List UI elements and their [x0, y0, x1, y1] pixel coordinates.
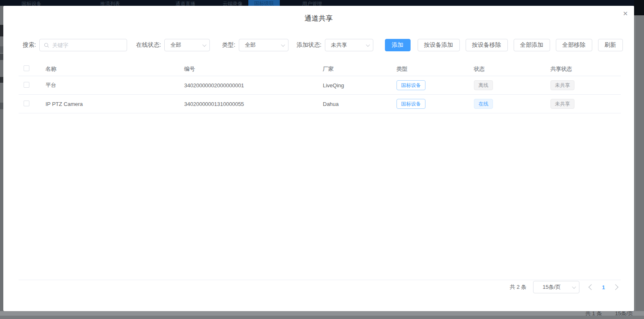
- online-status-select[interactable]: 全部: [164, 39, 210, 51]
- background-fragment: [0, 316, 644, 319]
- header-vendor: 厂家: [323, 65, 396, 73]
- type-value: 全部: [245, 41, 256, 49]
- current-page[interactable]: 1: [599, 284, 608, 290]
- add-state-select[interactable]: 未共享: [325, 39, 373, 51]
- type-badge: 国标设备: [396, 99, 425, 109]
- cell-name: IP PTZ Camera: [46, 101, 184, 107]
- background-fragment: [0, 103, 3, 109]
- background-left-edge: [0, 6, 3, 311]
- share-status-badge: 未共享: [550, 80, 574, 90]
- background-fragment: [0, 54, 3, 60]
- table-row: IP PTZ Camera 34020000001310000055 Dahua…: [19, 95, 621, 113]
- table-header-row: 名称 编号 厂家 类型 状态 共享状态: [19, 62, 621, 76]
- background-nav-tab: 云端录像: [223, 0, 243, 6]
- filter-bar: 搜索: 在线状态: 全部 类型: 全部 添加状态: 未共享 添加 按设备添加 按…: [23, 39, 623, 51]
- background-fragment: [0, 46, 3, 53]
- chevron-down-icon: [572, 285, 576, 289]
- pagination: 共 2 条 15条/页 1: [510, 281, 618, 293]
- type-label: 类型:: [222, 41, 235, 49]
- background-panel-edge: [635, 16, 635, 319]
- online-status-label: 在线状态:: [136, 41, 161, 49]
- add-by-device-button[interactable]: 按设备添加: [418, 39, 460, 51]
- background-nav-tab: 用户管理: [302, 0, 322, 6]
- remove-by-device-button[interactable]: 按设备移除: [466, 39, 508, 51]
- background-bottom-strip: 共 1 条 15条/页: [0, 311, 644, 319]
- pagination-divider: [19, 280, 621, 280]
- background-nav-tab-active: 国标级联: [248, 0, 280, 6]
- select-all-checkbox[interactable]: [24, 65, 29, 71]
- chevron-down-icon: [202, 43, 207, 47]
- total-count: 共 2 条: [510, 283, 526, 291]
- chevron-down-icon: [281, 43, 285, 47]
- row-checkbox[interactable]: [24, 101, 29, 106]
- header-code: 编号: [184, 65, 323, 73]
- chevron-down-icon: [366, 43, 370, 47]
- search-label: 搜索:: [23, 41, 36, 49]
- refresh-button[interactable]: 刷新: [598, 39, 623, 51]
- add-state-label: 添加状态:: [297, 41, 322, 49]
- header-share: 共享状态: [550, 65, 621, 73]
- add-all-button[interactable]: 全部添加: [514, 39, 550, 51]
- background-fragment: [0, 25, 3, 36]
- cell-vendor: LiveQing: [323, 82, 396, 89]
- online-status-value: 全部: [171, 41, 181, 49]
- background-nav-tab: 推流列表: [100, 0, 120, 6]
- background-right-edge: [634, 15, 644, 319]
- type-badge: 国标设备: [396, 80, 425, 90]
- background-nav-strip: 国标设备 推流列表 通道直播 云端录像 国标级联 用户管理: [0, 0, 644, 6]
- channel-table: 名称 编号 厂家 类型 状态 共享状态 平台 34020000002000000…: [19, 62, 621, 113]
- status-badge: 在线: [474, 99, 493, 109]
- page-size-value: 15条/页: [543, 283, 561, 291]
- background-corner-block: [634, 0, 644, 15]
- page-size-select[interactable]: 15条/页: [533, 281, 579, 293]
- header-name: 名称: [46, 65, 184, 73]
- add-button[interactable]: 添加: [385, 39, 411, 51]
- header-status: 状态: [474, 65, 550, 73]
- add-state-value: 未共享: [331, 41, 347, 49]
- remove-all-button[interactable]: 全部移除: [556, 39, 592, 51]
- next-page-icon[interactable]: [613, 284, 618, 290]
- search-input-wrapper[interactable]: [39, 39, 127, 51]
- prev-page-icon[interactable]: [589, 284, 594, 290]
- cell-name: 平台: [46, 82, 184, 89]
- cell-code: 34020000002000000001: [184, 82, 323, 89]
- search-icon: [44, 43, 49, 48]
- background-nav-tab: 通道直播: [175, 0, 195, 6]
- background-fragment: [0, 77, 3, 83]
- search-input[interactable]: [52, 42, 123, 48]
- table-row: 平台 34020000002000000001 LiveQing 国标设备 离线…: [19, 76, 621, 95]
- channel-share-dialog: 通道共享 ✕ 搜索: 在线状态: 全部 类型: 全部 添加状态: 未共享 添加 …: [3, 6, 634, 311]
- header-type: 类型: [396, 65, 474, 73]
- row-checkbox[interactable]: [24, 82, 29, 88]
- cell-vendor: Dahua: [323, 101, 396, 107]
- dialog-title: 通道共享: [3, 14, 634, 23]
- cell-code: 34020000001310000055: [184, 101, 323, 107]
- close-icon[interactable]: ✕: [621, 9, 630, 18]
- status-badge: 离线: [474, 80, 493, 90]
- type-select[interactable]: 全部: [239, 39, 288, 51]
- share-status-badge: 未共享: [550, 99, 574, 109]
- background-nav-tab: 国标设备: [22, 0, 41, 6]
